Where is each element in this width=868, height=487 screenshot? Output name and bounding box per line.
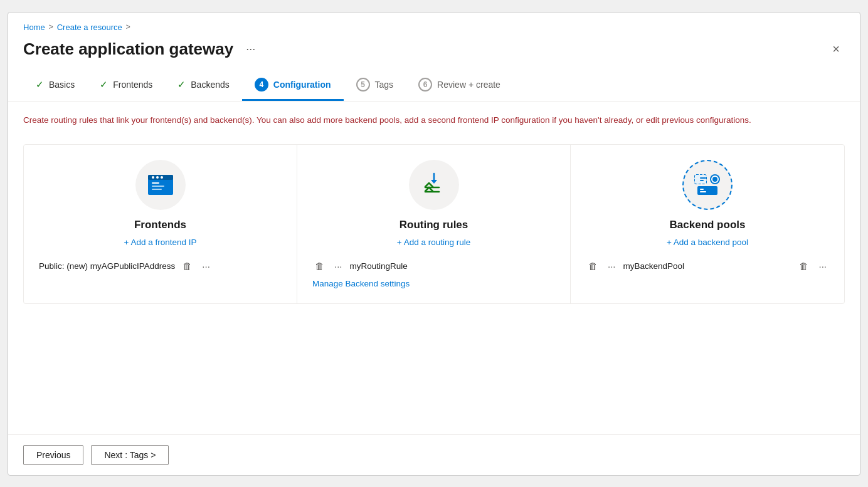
routing-rules-title: Routing rules (400, 219, 468, 231)
svg-point-2 (152, 176, 154, 179)
backend-pool-item-label: myBackendPool (623, 261, 685, 271)
step-circle-5: 5 (356, 78, 370, 92)
tab-basics-label: Basics (49, 80, 75, 90)
info-text: Create routing rules that link your fron… (23, 114, 776, 127)
check-icon-backends: ✓ (177, 79, 186, 90)
svg-point-3 (156, 176, 159, 179)
breadcrumb-home[interactable]: Home (23, 23, 45, 32)
page-title: Create application gateway (23, 39, 233, 59)
svg-point-19 (712, 177, 717, 182)
frontend-item-row: Public: (new) myAGPublicIPAddress 🗑 ··· (39, 256, 282, 276)
tab-frontends[interactable]: ✓ Frontends (87, 73, 165, 100)
routing-rule-delete-button[interactable]: 🗑 (312, 259, 327, 273)
breadcrumb: Home > Create a resource > (23, 23, 845, 32)
backend-pool-more-right-button[interactable]: ··· (816, 259, 829, 273)
panel-body: Create routing rules that link your fron… (8, 102, 860, 434)
backend-pool-delete-button[interactable]: 🗑 (586, 259, 600, 273)
frontend-item-label: Public: (new) myAGPublicIPAddress (39, 261, 175, 271)
backend-pool-delete-right-button[interactable]: 🗑 (797, 259, 811, 273)
columns-area: Frontends + Add a frontend IP Public: (n… (23, 144, 845, 304)
check-icon-frontends: ✓ (100, 79, 108, 90)
add-routing-rule-link[interactable]: + Add a routing rule (397, 238, 470, 247)
step-circle-4: 4 (255, 78, 268, 92)
svg-rect-6 (152, 186, 164, 187)
panel-footer: Previous Next : Tags > (8, 434, 860, 475)
frontends-title: Frontends (134, 219, 186, 231)
tab-frontends-label: Frontends (113, 80, 152, 90)
frontends-icon-wrap (135, 160, 186, 210)
backend-pools-column: Backend pools + Add a backend pool 🗑 ···… (571, 145, 844, 303)
tab-backends-label: Backends (191, 80, 229, 90)
panel-header: Home > Create a resource > Create applic… (8, 13, 860, 59)
backend-pools-icon-wrap (682, 160, 733, 210)
svg-rect-20 (700, 189, 704, 190)
breadcrumb-sep1: > (49, 23, 53, 31)
add-frontend-ip-link[interactable]: + Add a frontend IP (124, 238, 197, 247)
title-left: Create application gateway ··· (23, 39, 260, 59)
svg-rect-13 (695, 175, 706, 184)
tab-configuration[interactable]: 4 Configuration (242, 71, 344, 101)
svg-rect-14 (697, 186, 717, 195)
routing-rule-more-button[interactable]: ··· (332, 259, 345, 273)
tab-configuration-label: Configuration (273, 80, 331, 90)
check-icon-basics: ✓ (36, 79, 44, 90)
next-button[interactable]: Next : Tags > (91, 445, 169, 465)
svg-rect-7 (152, 189, 162, 190)
create-application-gateway-panel: Home > Create a resource > Create applic… (8, 12, 860, 476)
svg-rect-15 (700, 177, 706, 179)
tab-basics[interactable]: ✓ Basics (23, 73, 87, 100)
tabs-row: ✓ Basics ✓ Frontends ✓ Backends 4 Config… (8, 59, 860, 102)
routing-rule-item-label: myRoutingRule (350, 261, 408, 271)
frontend-delete-button[interactable]: 🗑 (180, 259, 194, 273)
routing-rules-icon-wrap (409, 160, 459, 210)
add-backend-pool-link[interactable]: + Add a backend pool (667, 238, 748, 247)
backend-pool-item-row: 🗑 ··· myBackendPool 🗑 ··· (586, 256, 829, 276)
title-row: Create application gateway ··· × (23, 39, 845, 59)
backend-pools-icon (692, 171, 722, 199)
tab-review-label: Review + create (437, 80, 500, 90)
breadcrumb-sep2: > (126, 23, 130, 31)
previous-button[interactable]: Previous (23, 445, 83, 465)
tab-tags-label: Tags (375, 80, 394, 90)
svg-rect-16 (700, 180, 704, 181)
svg-marker-9 (431, 180, 437, 184)
backend-pool-more-button[interactable]: ··· (605, 259, 618, 273)
frontend-more-button[interactable]: ··· (199, 259, 213, 273)
routing-rule-item-row: 🗑 ··· myRoutingRule (312, 256, 555, 276)
svg-point-4 (161, 176, 163, 179)
ellipsis-button[interactable]: ··· (241, 41, 260, 57)
backend-pools-title: Backend pools (670, 219, 746, 231)
routing-rules-icon (420, 171, 448, 199)
svg-rect-5 (152, 182, 159, 184)
tab-review[interactable]: 6 Review + create (406, 71, 513, 101)
routing-rules-column: Routing rules + Add a routing rule 🗑 ···… (297, 145, 571, 303)
tab-tags[interactable]: 5 Tags (344, 71, 406, 101)
frontends-column: Frontends + Add a frontend IP Public: (n… (24, 145, 297, 303)
manage-backend-settings-link[interactable]: Manage Backend settings (312, 279, 410, 288)
frontends-icon (147, 174, 174, 196)
close-button[interactable]: × (827, 40, 845, 58)
tab-backends[interactable]: ✓ Backends (165, 73, 241, 100)
step-circle-6: 6 (418, 78, 432, 92)
svg-rect-21 (700, 191, 706, 192)
breadcrumb-create-resource[interactable]: Create a resource (57, 23, 122, 32)
